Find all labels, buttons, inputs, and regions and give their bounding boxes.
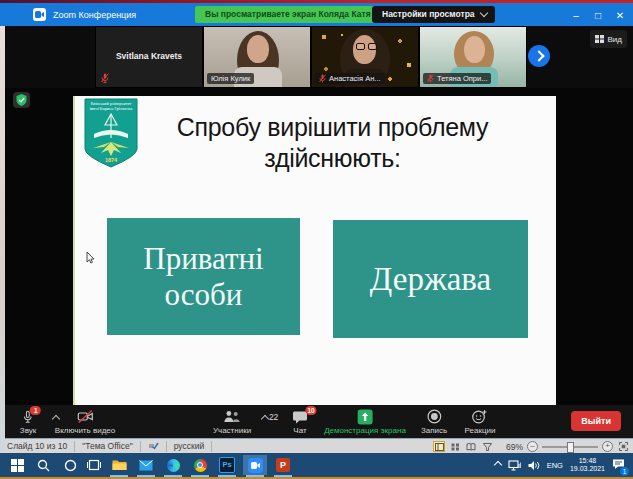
chat-button[interactable]: 10 Чат [293, 408, 308, 435]
share-screen-label: Демонстрация экрана [324, 426, 406, 435]
start-video-button[interactable]: Включить видео [55, 408, 115, 435]
slideshow-icon [483, 443, 492, 451]
camera-off-icon [77, 409, 94, 424]
card-left-line2: особи [143, 277, 263, 313]
normal-view-button[interactable] [433, 441, 445, 452]
participant-tile-anastasiia[interactable]: Анастасія Ан... [311, 26, 419, 88]
slide-sorter-view-button[interactable] [449, 441, 461, 452]
card-private-persons: Приватні особи [107, 218, 300, 335]
task-view-button[interactable] [82, 455, 106, 475]
view-layout-button[interactable]: Вид [590, 30, 627, 48]
slide-sorter-icon [451, 443, 460, 451]
mute-button[interactable]: 1 Звук [20, 408, 36, 435]
cortana-icon [64, 459, 77, 472]
participant-name: Юлія Кулик [211, 74, 250, 83]
glasses [356, 43, 377, 50]
mail-button[interactable] [134, 455, 158, 475]
search-button[interactable] [31, 455, 55, 475]
card-left-line1: Приватні [143, 241, 263, 277]
slide-counter: Слайд 10 из 10 [0, 441, 75, 452]
powerpoint-icon: P [276, 458, 290, 472]
zoom-slider[interactable] [542, 446, 598, 448]
record-button[interactable]: Запись [421, 408, 447, 435]
participants-filmstrip: Svitlana Kravets Юлія Кулик Анастасія Ан… [0, 26, 633, 88]
record-label: Запись [421, 426, 447, 435]
screen-share-banner: Вы просматриваете экран Коляда Катя [195, 6, 381, 23]
mute-label: Звук [20, 426, 36, 435]
participant-name: Тетяна Опри... [437, 74, 487, 83]
muted-mic-icon [101, 73, 109, 83]
language-button[interactable]: русский [167, 441, 213, 452]
zoom-app-icon [33, 8, 46, 21]
task-view-icon [87, 459, 101, 471]
card-right-label: Держава [370, 261, 491, 298]
participant-tile-yuliia[interactable]: Юлія Кулик [203, 26, 311, 88]
participants-label: Участники [213, 426, 251, 435]
powerpoint-button[interactable]: P [271, 455, 295, 475]
slideshow-view-button[interactable] [481, 441, 493, 452]
cortana-button[interactable] [58, 455, 82, 475]
security-shield-icon [16, 94, 27, 106]
minimize-button[interactable]: – [565, 6, 587, 26]
file-explorer-icon [112, 459, 127, 471]
normal-view-icon [435, 443, 444, 451]
participants-count: 22 [269, 412, 278, 422]
fit-to-window-button[interactable] [617, 441, 629, 452]
notification-badge: 1 [620, 467, 629, 476]
mail-icon [139, 460, 153, 471]
card-state: Держава [333, 220, 528, 338]
window-title: Zoom Конференция [53, 10, 136, 20]
edge-button[interactable] [161, 455, 185, 475]
slide-title-line2: здійснюють: [113, 143, 552, 174]
speaker-icon[interactable] [528, 460, 540, 471]
participant-name-chip: Юлія Кулик [207, 73, 254, 84]
photoshop-icon: Ps [219, 457, 235, 473]
ppt-status-bar: Слайд 10 из 10 "Тема Office" русский 69% [0, 438, 633, 454]
chevron-down-icon [479, 9, 487, 17]
start-button[interactable] [5, 455, 29, 475]
file-explorer-button[interactable] [107, 455, 131, 475]
reading-view-button[interactable] [465, 441, 477, 452]
view-button-label: Вид [608, 35, 622, 44]
shared-screen-area: Київський університет імені Бориса Грінч… [0, 88, 633, 405]
chat-badge: 10 [306, 406, 317, 415]
zoom-out-button[interactable]: – [527, 441, 538, 452]
next-participants-button[interactable] [528, 45, 550, 67]
share-screen-button[interactable]: Демонстрация экрана [324, 408, 406, 435]
participant-tile-tetiana[interactable]: Тетяна Опри... [419, 26, 527, 88]
leave-meeting-button[interactable]: Выйти [571, 411, 621, 431]
keyboard-language[interactable]: ENG [547, 461, 563, 470]
chrome-icon [194, 459, 207, 472]
hidden-icons-caret[interactable] [493, 461, 501, 469]
logo-text-line2: імені Бориса Грінченка [90, 106, 133, 111]
participant-tile-svitlana[interactable]: Svitlana Kravets [95, 26, 203, 88]
network-icon[interactable] [508, 460, 521, 471]
reactions-button[interactable]: Реакции [465, 408, 496, 435]
spellcheck-button[interactable] [141, 441, 167, 452]
statusbar-view-controls: 69% – + [433, 439, 629, 454]
zoom-taskbar-button[interactable] [243, 455, 267, 475]
chat-label: Чат [293, 426, 308, 435]
screen-edge-artifact-left [0, 26, 5, 452]
spellcheck-icon [148, 441, 159, 450]
participant-name-chip: Тетяна Опри... [423, 73, 491, 84]
zoom-percent[interactable]: 69% [497, 442, 523, 452]
encryption-shield-chip[interactable] [13, 92, 30, 108]
muted-mic-icon [427, 74, 434, 83]
zoom-slider-thumb[interactable] [567, 442, 574, 453]
slide-title: Спробу вирішити проблему здійснюють: [113, 112, 552, 174]
clock[interactable]: 15:48 19.03.2021 [570, 457, 605, 473]
action-center-button[interactable]: 1 [612, 456, 625, 474]
zoom-in-button[interactable]: + [602, 441, 613, 452]
start-video-label: Включить видео [55, 426, 115, 435]
maximize-button[interactable]: □ [587, 6, 609, 26]
presentation-slide: Київський університет імені Бориса Грінч… [73, 96, 556, 405]
photoshop-button[interactable]: Ps [215, 455, 239, 475]
close-button[interactable]: ✕ [609, 6, 631, 26]
zoom-toolbar: 1 Звук Включить видео 22 [0, 405, 633, 438]
participants-button[interactable]: 22 Участники [213, 408, 251, 435]
chrome-button[interactable] [188, 455, 212, 475]
view-settings-button[interactable]: Настройки просмотра [372, 6, 495, 23]
tray-time: 15:48 [570, 457, 605, 465]
zoom-icon [248, 458, 263, 473]
